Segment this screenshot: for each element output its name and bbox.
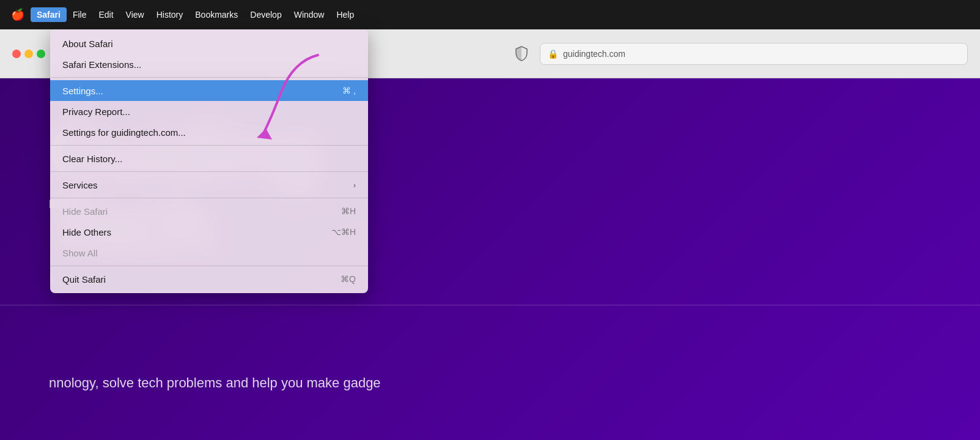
menu-item-quit-safari-shortcut: ⌘Q xyxy=(341,274,356,284)
site-divider xyxy=(0,305,980,305)
menubar-item-history[interactable]: History xyxy=(150,7,190,22)
divider-2 xyxy=(50,145,368,146)
divider-1 xyxy=(50,77,368,78)
menu-item-privacy-report[interactable]: Privacy Report... xyxy=(50,101,368,122)
menu-item-about-safari-label: About Safari xyxy=(62,39,113,49)
menu-item-hide-others[interactable]: Hide Others ⌥⌘H xyxy=(50,222,368,242)
menubar-item-window[interactable]: Window xyxy=(288,7,331,22)
menu-item-hide-others-shortcut: ⌥⌘H xyxy=(331,227,356,237)
menu-item-hide-safari-label: Hide Safari xyxy=(62,206,108,217)
menu-item-settings-shortcut: ⌘ , xyxy=(342,86,356,95)
menu-item-services-label: Services xyxy=(62,180,98,190)
menubar-item-bookmarks[interactable]: Bookmarks xyxy=(189,7,244,22)
menubar-item-develop[interactable]: Develop xyxy=(244,7,287,22)
close-button[interactable] xyxy=(12,50,21,58)
menubar: 🍎 Safari File Edit View History Bookmark… xyxy=(0,0,980,29)
maximize-button[interactable] xyxy=(37,50,45,58)
menu-item-hide-safari[interactable]: Hide Safari ⌘H xyxy=(50,201,368,222)
divider-3 xyxy=(50,171,368,172)
address-text: guidingtech.com xyxy=(563,49,625,59)
menubar-item-safari[interactable]: Safari xyxy=(31,7,67,22)
menu-item-clear-history-label: Clear History... xyxy=(62,154,122,164)
divider-5 xyxy=(50,266,368,266)
safari-dropdown-menu: About Safari Safari Extensions... Settin… xyxy=(50,29,368,293)
menu-item-services-arrow: › xyxy=(353,181,356,190)
menu-item-quit-safari-label: Quit Safari xyxy=(62,274,106,285)
menu-item-hide-safari-shortcut: ⌘H xyxy=(341,206,356,216)
site-subtext: nnology, solve tech problems and help yo… xyxy=(49,375,980,391)
menu-item-about-safari[interactable]: About Safari xyxy=(50,33,368,54)
menu-item-show-all[interactable]: Show All xyxy=(50,242,368,263)
menu-item-clear-history[interactable]: Clear History... xyxy=(50,148,368,169)
menu-item-settings-for-site[interactable]: Settings for guidingtech.com... xyxy=(50,122,368,143)
minimize-button[interactable] xyxy=(24,50,33,58)
menu-item-privacy-report-label: Privacy Report... xyxy=(62,106,130,117)
menu-item-safari-extensions-label: Safari Extensions... xyxy=(62,59,141,70)
traffic-lights xyxy=(12,50,45,58)
address-bar[interactable]: 🔒 guidingtech.com xyxy=(540,43,968,65)
divider-4 xyxy=(50,198,368,198)
menu-item-settings-label: Settings... xyxy=(62,86,103,96)
menu-item-quit-safari[interactable]: Quit Safari ⌘Q xyxy=(50,269,368,289)
menu-item-show-all-label: Show All xyxy=(62,248,98,258)
menu-item-settings-for-site-label: Settings for guidingtech.com... xyxy=(62,127,186,138)
menubar-item-view[interactable]: View xyxy=(120,7,150,22)
lock-icon: 🔒 xyxy=(548,49,558,59)
menu-item-hide-others-label: Hide Others xyxy=(62,227,111,237)
menu-item-safari-extensions[interactable]: Safari Extensions... xyxy=(50,54,368,75)
menu-item-settings[interactable]: Settings... ⌘ , xyxy=(50,80,368,101)
shield-icon[interactable] xyxy=(510,43,532,65)
menubar-item-edit[interactable]: Edit xyxy=(92,7,119,22)
menubar-item-file[interactable]: File xyxy=(67,7,93,22)
menu-item-services[interactable]: Services › xyxy=(50,174,368,195)
menubar-item-help[interactable]: Help xyxy=(330,7,360,22)
apple-menu-icon[interactable]: 🍎 xyxy=(5,6,31,24)
